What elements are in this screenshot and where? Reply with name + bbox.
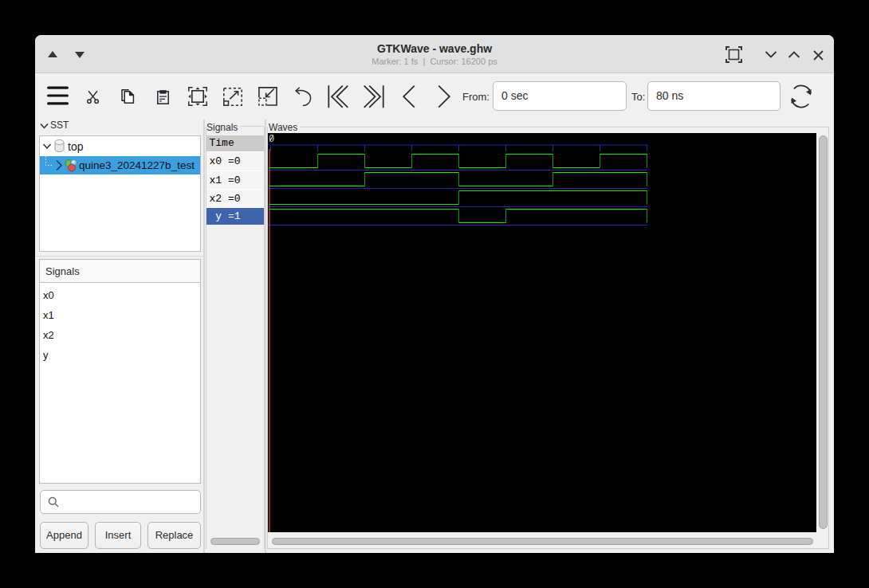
svg-text:0: 0 xyxy=(269,134,274,145)
